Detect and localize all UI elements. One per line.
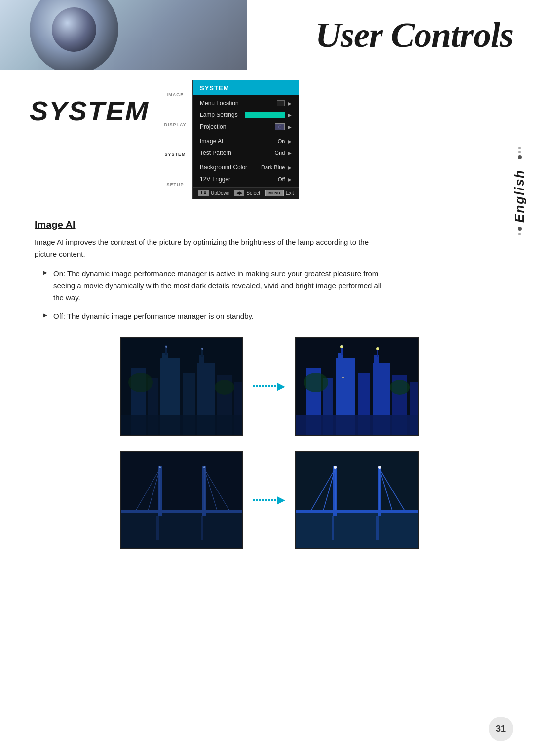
footer-updown: ⬆⬇ UpDown — [198, 190, 229, 196]
svg-rect-51 — [296, 511, 419, 549]
svg-rect-47 — [201, 516, 203, 540]
menu-arrow-icon: ▶ — [288, 113, 292, 118]
page-title: User Controls — [315, 15, 513, 56]
menu-item-menu-location[interactable]: Menu Location ▶ — [193, 97, 299, 109]
svg-rect-60 — [296, 510, 419, 513]
nav-tab-system[interactable]: SYSTEM — [158, 150, 192, 159]
lens-inner — [52, 7, 96, 52]
menu-item-lamp-settings[interactable]: Lamp Settings ▶ — [193, 109, 299, 121]
nav-tab-display[interactable]: DISPLAY — [158, 120, 192, 129]
menu-item-value: Off — [278, 176, 285, 182]
menu-panel: SYSTEM Menu Location ▶ Lamp Settings — [192, 80, 299, 199]
svg-point-13 — [165, 346, 167, 348]
image-ai-section: Image AI Image AI improves the contrast … — [30, 219, 503, 549]
svg-point-32 — [342, 377, 344, 378]
menu-arrow-icon: ▶ — [288, 139, 292, 144]
svg-point-63 — [334, 466, 337, 469]
system-section: SYSTEM IMAGE DISPLAY SYSTEM SETUP SYSTEM… — [30, 80, 503, 199]
arrow-dot — [256, 385, 258, 387]
menu-item-12v-trigger[interactable]: 12V Trigger Off ▶ — [193, 173, 299, 185]
menu-header-text: SYSTEM — [200, 84, 229, 92]
menu-item-right: Dark Blue ▶ — [261, 164, 292, 170]
menu-item-right: Grid ▶ — [275, 150, 292, 156]
city-svg-after — [296, 338, 419, 436]
menu-item-label: Lamp Settings — [200, 112, 245, 118]
svg-rect-61 — [332, 516, 334, 540]
footer-select: ◀▶ Select — [234, 190, 260, 196]
bullet-list: On: The dynamic image performance manage… — [35, 268, 503, 322]
city-image-after — [295, 337, 419, 436]
menu-item-image-ai[interactable]: Image AI On ▶ — [193, 135, 299, 147]
arrow-dot — [262, 385, 264, 387]
arrow-dot — [268, 499, 270, 501]
svg-point-31 — [376, 347, 379, 350]
svg-point-14 — [201, 348, 203, 350]
system-title: SYSTEM — [30, 95, 158, 127]
arrow-dot — [256, 499, 258, 501]
svg-point-49 — [203, 466, 205, 468]
menu-item-label: Menu Location — [200, 100, 277, 107]
select-icon: ◀▶ — [234, 190, 244, 196]
menu-item-value: Dark Blue — [261, 164, 285, 170]
arrow-dot — [262, 499, 264, 501]
menu-arrow-icon: ▶ — [288, 177, 292, 182]
svg-rect-36 — [121, 511, 243, 549]
arrow-dot — [274, 499, 276, 501]
menu-item-projection[interactable]: Projection ⊞ ▶ — [193, 121, 299, 133]
menu-items: Menu Location ▶ Lamp Settings ▶ — [193, 95, 299, 187]
menu-item-right: ▶ — [277, 100, 292, 106]
arrow-indicator-bridge: ▶ — [253, 493, 285, 506]
menu-footer: ⬆⬇ UpDown ◀▶ Select MENU Exit — [193, 187, 299, 199]
menu-arrow-icon: ▶ — [288, 151, 292, 156]
bridge-image-before — [120, 451, 243, 549]
arrow-indicator-city: ▶ — [253, 380, 285, 393]
svg-rect-62 — [376, 516, 379, 540]
lamp-bar — [245, 112, 285, 118]
svg-rect-29 — [296, 415, 419, 436]
arrow-lines: ▶ — [253, 380, 285, 393]
arrow-dot — [265, 499, 267, 501]
nav-tab-image[interactable]: IMAGE — [158, 90, 192, 99]
bridge-svg-after — [296, 452, 419, 549]
menu-item-background-color[interactable]: Background Color Dark Blue ▶ — [193, 161, 299, 173]
svg-rect-45 — [121, 510, 243, 513]
projection-icon: ⊞ — [275, 123, 285, 130]
arrow-dot — [265, 385, 267, 387]
svg-rect-46 — [156, 516, 159, 540]
menu-divider — [193, 160, 299, 160]
menu-item-test-pattern[interactable]: Test Pattern Grid ▶ — [193, 147, 299, 159]
menu-item-label: 12V Trigger — [200, 176, 278, 183]
arrow-dot — [271, 385, 273, 387]
footer-menu: MENU Exit — [265, 190, 294, 196]
nav-tab-setup[interactable]: SETUP — [158, 180, 192, 189]
arrow-dot — [259, 499, 261, 501]
menu-item-label: Background Color — [200, 164, 261, 171]
svg-point-34 — [390, 380, 410, 395]
menu-btn-icon: MENU — [265, 190, 284, 196]
menu-item-right: ▶ — [245, 112, 292, 118]
arrow-dot — [253, 499, 255, 501]
svg-point-30 — [340, 345, 343, 348]
menu-item-right: Off ▶ — [278, 176, 292, 182]
city-comparison: ▶ — [35, 337, 503, 436]
arrow-dot — [268, 385, 270, 387]
menu-item-label: Test Pattern — [200, 150, 275, 156]
page-number: 31 — [489, 717, 513, 741]
bridge-image-after — [295, 451, 419, 549]
arrow-tip-icon: ▶ — [277, 380, 285, 393]
arrow-dot — [274, 385, 276, 387]
city-svg-before — [121, 338, 243, 436]
menu-wrapper: IMAGE DISPLAY SYSTEM SETUP SYSTEM Menu L… — [158, 80, 299, 199]
menu-location-icon — [277, 100, 285, 106]
svg-rect-12 — [121, 415, 243, 436]
footer-exit-label: Exit — [286, 190, 294, 196]
menu-item-right: On ▶ — [278, 138, 292, 144]
header-title-area: User Controls — [237, 0, 513, 70]
main-content: SYSTEM IMAGE DISPLAY SYSTEM SETUP SYSTEM… — [0, 70, 533, 594]
arrow-dot — [271, 499, 273, 501]
svg-point-64 — [378, 466, 381, 469]
image-ai-description: Image AI improves the contrast of the pi… — [35, 236, 380, 260]
menu-item-right: ⊞ ▶ — [275, 123, 292, 130]
svg-point-33 — [304, 373, 328, 392]
city-image-before — [120, 337, 243, 436]
